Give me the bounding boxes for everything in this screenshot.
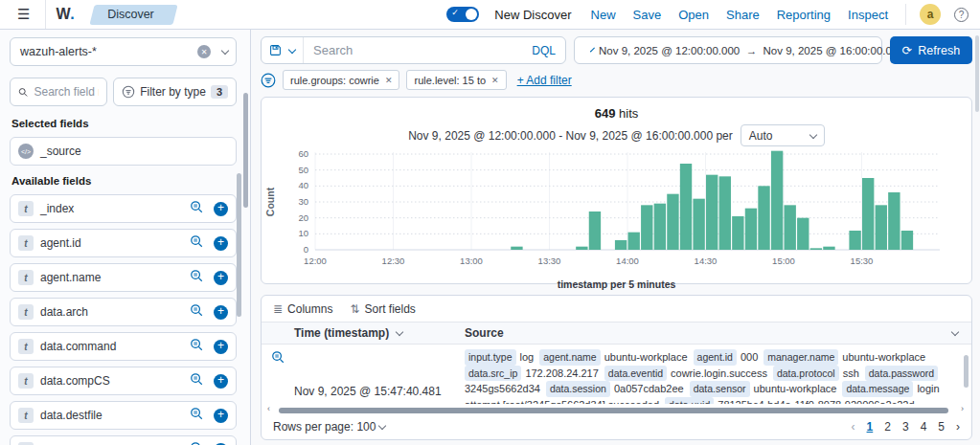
source-field-badge[interactable]: data.session: [546, 381, 610, 397]
topbar-link-share[interactable]: Share: [726, 8, 760, 22]
field-actions: +: [190, 407, 228, 424]
field-item-source[interactable]: </> _source: [10, 137, 237, 166]
source-field-badge[interactable]: data.protocol: [773, 366, 839, 382]
interval-select[interactable]: Auto: [741, 124, 825, 146]
results-table-panel: ≣Columns ⇅Sort fields Time (timestamp) S…: [261, 295, 972, 440]
date-range-text[interactable]: Nov 9, 2025 @ 12:00:00.000 → Nov 9, 2025…: [599, 45, 904, 56]
page-4[interactable]: 4: [921, 420, 927, 434]
remove-filter-icon[interactable]: ✕: [385, 76, 393, 85]
source-field-badge[interactable]: manager.name: [763, 349, 838, 366]
field-item-data.arch[interactable]: tdata.arch+: [10, 298, 237, 326]
wazuh-logo[interactable]: W.: [56, 6, 75, 23]
page-scrollbar[interactable]: [975, 35, 979, 112]
page-3[interactable]: 3: [902, 420, 909, 434]
field-item-data.command[interactable]: tdata.command+: [10, 332, 237, 361]
field-item-_index[interactable]: t_index+: [10, 194, 237, 223]
search-field-names-input[interactable]: [34, 85, 99, 99]
saved-queries-button[interactable]: [262, 37, 304, 63]
field-item-data.dst_ip[interactable]: tdata.dst_ip+: [10, 435, 237, 445]
source-field-badge[interactable]: input.type: [465, 349, 516, 366]
rows-per-page-button[interactable]: Rows per page: 100: [273, 420, 385, 434]
source-field-badge[interactable]: data.message: [842, 381, 913, 397]
visualize-field-icon[interactable]: [190, 372, 204, 389]
visualize-field-icon[interactable]: [190, 269, 204, 286]
topbar-link-inspect[interactable]: Inspect: [848, 8, 888, 22]
source-field-badge[interactable]: data.password: [865, 366, 938, 382]
add-filter-button[interactable]: + Add filter: [517, 74, 572, 87]
add-field-icon[interactable]: +: [214, 305, 228, 320]
avatar[interactable]: a: [920, 4, 941, 25]
previous-page-button[interactable]: ‹: [852, 420, 855, 434]
svg-text:60: 60: [298, 148, 308, 159]
help-icon[interactable]: ?: [954, 8, 969, 22]
table-vertical-scrollbar[interactable]: [964, 355, 969, 388]
filter-by-type-button[interactable]: Filter by type 3: [113, 78, 237, 106]
horizontal-scrollbar[interactable]: ‹ ›: [271, 406, 962, 415]
topbar-link-save[interactable]: Save: [633, 8, 662, 22]
date-from[interactable]: Nov 9, 2025 @ 12:00:00.000: [599, 45, 740, 56]
search-query-input[interactable]: [304, 43, 522, 57]
field-item-data.destfile[interactable]: tdata.destfile+: [10, 401, 237, 430]
visualize-field-icon[interactable]: [190, 441, 204, 445]
field-item-agent.name[interactable]: tagent.name+: [10, 263, 237, 292]
new-discover-toggle[interactable]: ✓: [446, 7, 479, 22]
tab-discover[interactable]: Discover: [92, 5, 175, 25]
visualize-field-icon[interactable]: [190, 407, 204, 424]
expand-row-icon[interactable]: [262, 345, 294, 404]
sidebar-scrollbar[interactable]: [243, 93, 248, 208]
query-language-button[interactable]: DQL: [522, 44, 565, 57]
field-actions: +: [190, 200, 228, 217]
add-field-icon[interactable]: +: [214, 374, 228, 389]
time-column-header[interactable]: Time (timestamp): [294, 326, 465, 340]
source-field-badge[interactable]: data.uuid: [665, 397, 714, 405]
add-field-icon[interactable]: +: [214, 236, 228, 251]
add-field-icon[interactable]: +: [214, 271, 228, 285]
hscroll-thumb[interactable]: [279, 408, 948, 413]
source-field-badge[interactable]: data.src_ip: [465, 366, 521, 382]
source-field-badge[interactable]: data.eventid: [604, 366, 667, 382]
hits-number: 649: [595, 106, 616, 121]
columns-button[interactable]: ≣Columns: [273, 302, 332, 316]
field-item-data.compCS[interactable]: tdata.compCS+: [10, 367, 237, 395]
scroll-left-icon[interactable]: ‹: [267, 404, 270, 413]
add-field-icon[interactable]: +: [214, 409, 228, 423]
field-list-scrollbar[interactable]: [237, 173, 241, 317]
remove-filter-icon[interactable]: ✕: [491, 76, 499, 85]
add-field-icon[interactable]: +: [214, 340, 228, 354]
page-5[interactable]: 5: [938, 420, 945, 434]
table-toolbar: ≣Columns ⇅Sort fields: [262, 296, 971, 322]
sort-fields-button[interactable]: ⇅Sort fields: [350, 302, 415, 316]
page-2[interactable]: 2: [884, 420, 891, 434]
topbar-link-reporting[interactable]: Reporting: [777, 8, 831, 22]
date-to[interactable]: Nov 9, 2025 @ 16:00:00.000: [763, 45, 904, 56]
visualize-field-icon[interactable]: [190, 200, 204, 217]
source-field-badge[interactable]: data.sensor: [690, 381, 750, 397]
topbar-link-open[interactable]: Open: [678, 8, 709, 22]
visualize-field-icon[interactable]: [190, 234, 204, 252]
filter-pill[interactable]: rule.level: 15 to✕: [406, 70, 506, 90]
histogram-chart[interactable]: 010203040506012:0012:3013:0013:3014:0014…: [262, 148, 971, 278]
page-1[interactable]: 1: [867, 420, 874, 434]
field-actions: +: [190, 441, 228, 445]
refresh-button[interactable]: ⟳ Refresh: [890, 36, 972, 64]
add-field-icon[interactable]: +: [214, 202, 228, 216]
field-item-agent.id[interactable]: tagent.id+: [10, 229, 237, 257]
bar-chart[interactable]: 010203040506012:0012:3013:0013:3014:0014…: [262, 148, 953, 275]
hits-label: hits: [619, 106, 638, 121]
index-pattern-selector[interactable]: wazuh-alerts-* ✕: [10, 37, 237, 66]
visualize-field-icon[interactable]: [190, 303, 204, 321]
columns-icon: ≣: [273, 302, 283, 316]
source-field-badge[interactable]: agent.name: [539, 349, 600, 366]
filter-pill[interactable]: rule.groups: cowrie✕: [283, 70, 399, 90]
visualize-field-icon[interactable]: [190, 338, 204, 355]
source-column-header[interactable]: Source: [465, 326, 971, 340]
menu-icon[interactable]: ☰: [11, 6, 35, 23]
source-field-badge[interactable]: agent.id: [694, 349, 737, 366]
svg-text:15:30: 15:30: [851, 256, 874, 266]
filter-set-icon[interactable]: [261, 73, 276, 88]
clear-icon[interactable]: ✕: [197, 45, 211, 58]
source-field-value: ubuntu-workplace: [842, 351, 925, 363]
next-page-button[interactable]: ›: [956, 420, 960, 434]
scroll-right-icon[interactable]: ›: [961, 404, 964, 413]
topbar-link-new[interactable]: New: [591, 8, 616, 22]
